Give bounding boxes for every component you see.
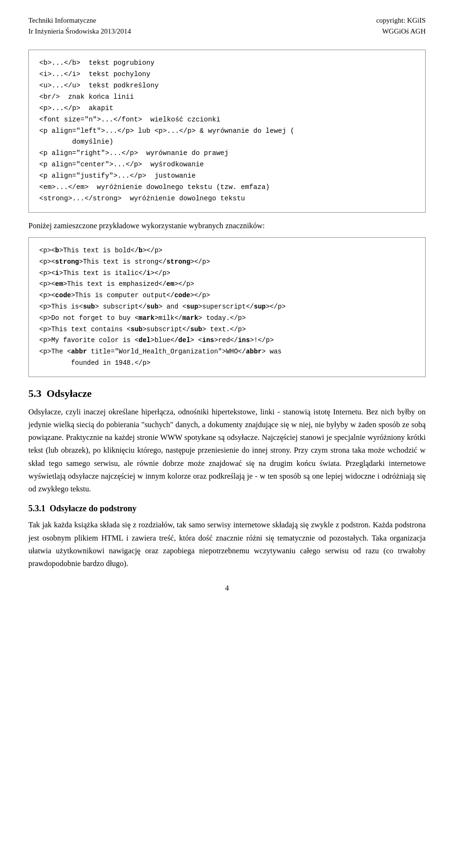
- header-right-line2: WGGiOś AGH: [376, 26, 426, 37]
- code-line-6: <p>This is<sub> subscript</sub> and <sup…: [39, 301, 415, 313]
- section-intro-text: Poniżej zamieszczone przykładowe wykorzy…: [28, 221, 426, 231]
- header-right-line1: copyright: KGiIS: [376, 15, 426, 26]
- section-53-paragraph: Odsyłacze, czyli inaczej określane hiper…: [28, 405, 426, 496]
- header-left-line1: Techniki Informatyczne: [28, 15, 131, 26]
- tag-line-4: <br/> znak końca linii: [39, 92, 415, 103]
- tag-line-1: <b>...</b> tekst pogrubiony: [39, 58, 415, 69]
- tag-line-7b: domyślnie): [39, 137, 415, 148]
- section-53-number: 5.3: [28, 387, 42, 399]
- code-line-1: <p><b>This text is bold</b></p>: [39, 245, 415, 257]
- code-line-9: <p>My favorite color is <del>blue</del> …: [39, 335, 415, 346]
- page-header: Techniki Informatyczne Ir Inżynieria Śro…: [28, 15, 426, 36]
- section-53-heading: 5.3 Odsyłacze: [28, 387, 426, 400]
- code-line-10: <p>The <abbr title="World_Health_Organiz…: [39, 346, 415, 358]
- section-53-title: Odsyłacze: [47, 387, 92, 399]
- tag-line-6: <font size="n">...</font> wielkość czcio…: [39, 114, 415, 126]
- code-line-4: <p><em>This text is emphasized</em></p>: [39, 279, 415, 290]
- tag-line-5: <p>...</p> akapit: [39, 103, 415, 114]
- section-531-paragraph: Tak jak każda książka składa się z rozdz…: [28, 518, 426, 570]
- section-531-heading: 5.3.1 Odsyłacze do podstrony: [28, 504, 426, 514]
- code-line-2: <p><strong>This text is strong</strong><…: [39, 257, 415, 268]
- code-line-3: <p><i>This text is italic</i></p>: [39, 268, 415, 279]
- header-left-line2: Ir Inżynieria Środowiska 2013/2014: [28, 26, 131, 37]
- tag-line-3: <u>...</u> tekst podkreślony: [39, 80, 415, 92]
- tag-line-7: <p align="left">...</p> lub <p>...</p> &…: [39, 126, 415, 137]
- tag-line-12: <strong>...</strong> wyróżnienie dowolne…: [39, 193, 415, 205]
- code-example-box: <p><b>This text is bold</b></p> <p><stro…: [28, 237, 426, 377]
- tags-reference-box: <b>...</b> tekst pogrubiony <i>...</i> t…: [28, 50, 426, 213]
- page: Techniki Informatyczne Ir Inżynieria Śro…: [0, 0, 454, 868]
- code-line-7: <p>Do not forget to buy <mark>milk</mark…: [39, 313, 415, 324]
- header-right: copyright: KGiIS WGGiOś AGH: [376, 15, 426, 36]
- tag-line-2: <i>...</i> tekst pochylony: [39, 69, 415, 80]
- tag-line-9: <p align="center">...</p> wyśrodkowanie: [39, 159, 415, 171]
- code-line-10b: founded in 1948.</p>: [39, 358, 415, 369]
- tag-line-11: <em>...</em> wyróżnienie dowolnego tekst…: [39, 182, 415, 193]
- tag-line-8: <p align="right">...</p> wyrównanie do p…: [39, 148, 415, 159]
- code-line-5: <p><code>This is computer output</code><…: [39, 290, 415, 301]
- header-left: Techniki Informatyczne Ir Inżynieria Śro…: [28, 15, 131, 36]
- section-531-number: 5.3.1: [28, 504, 45, 513]
- tag-line-10: <p align="justify">...</p> justowanie: [39, 171, 415, 182]
- section-531-title: Odsyłacze do podstrony: [50, 504, 137, 513]
- page-number: 4: [28, 584, 426, 593]
- code-line-8: <p>This text contains <sub>subscript</su…: [39, 324, 415, 335]
